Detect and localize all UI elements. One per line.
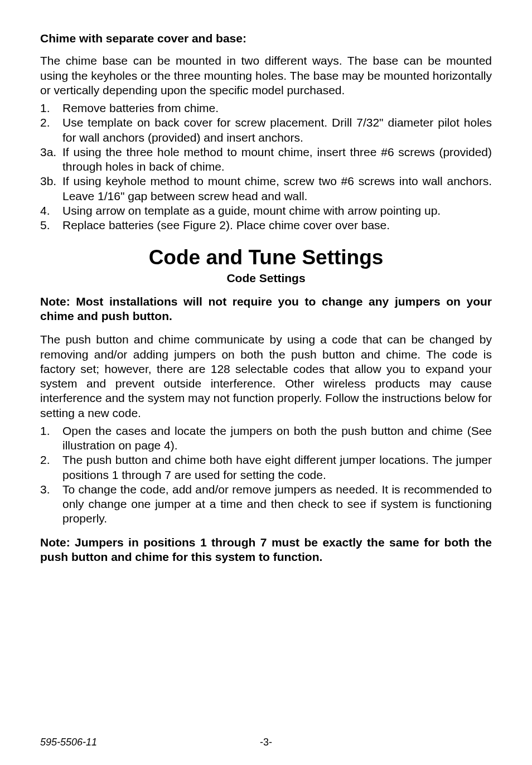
list-text: The push button and chime both have eigh… — [62, 453, 492, 481]
list-item: 1. Remove batteries from chime. — [62, 101, 492, 115]
code-settings-subheading: Code Settings — [40, 271, 492, 285]
chime-separate-heading: Chime with separate cover and base: — [40, 31, 492, 46]
list-item: 3a. If using the three hole method to mo… — [62, 145, 492, 175]
list-item: 2. The push button and chime both have e… — [62, 453, 492, 482]
list-num: 5. — [40, 218, 60, 233]
page: Chime with separate cover and base: The … — [0, 0, 532, 765]
list-text: If using the three hole method to mount … — [62, 146, 492, 173]
list-item: 2. Use template on back cover for screw … — [62, 115, 492, 145]
code-note-2: Note: Jumpers in positions 1 through 7 m… — [40, 535, 492, 565]
footer-docnum: 595-5506-11 — [40, 736, 97, 749]
list-num: 2. — [40, 115, 60, 130]
code-intro: The push button and chime communicate by… — [40, 332, 492, 420]
list-item: 3b. If using keyhole method to mount chi… — [62, 174, 492, 204]
code-note-1: Note: Most installations will not requir… — [40, 294, 492, 324]
list-text: Using arrow on template as a guide, moun… — [62, 204, 441, 217]
list-num: 2. — [40, 453, 60, 467]
list-num: 4. — [40, 204, 60, 218]
list-text: Use template on back cover for screw pla… — [62, 116, 492, 143]
footer-spacer — [489, 736, 492, 749]
list-num: 1. — [40, 424, 60, 438]
list-text: Remove batteries from chime. — [62, 101, 219, 114]
list-num: 3a. — [40, 145, 60, 159]
code-tune-heading: Code and Tune Settings — [40, 245, 492, 270]
footer: 595-5506-11 -3- — [40, 736, 492, 749]
list-num: 3b. — [40, 174, 60, 188]
list-item: 3. To change the code, add and/or remove… — [62, 482, 492, 526]
list-text: If using keyhole method to mount chime, … — [62, 175, 492, 202]
list-text: Open the cases and locate the jumpers on… — [62, 424, 492, 452]
list-item: 1. Open the cases and locate the jumpers… — [62, 424, 492, 453]
list-text: Replace batteries (see Figure 2). Place … — [62, 219, 390, 231]
list-num: 3. — [40, 482, 60, 497]
footer-pagenum: -3- — [260, 736, 272, 749]
list-num: 1. — [40, 101, 60, 115]
list-item: 5. Replace batteries (see Figure 2). Pla… — [62, 218, 492, 233]
chime-separate-intro: The chime base can be mounted in two dif… — [40, 54, 492, 98]
list-item: 4. Using arrow on template as a guide, m… — [62, 204, 492, 218]
list-text: To change the code, add and/or remove ju… — [62, 483, 492, 525]
chime-separate-list: 1. Remove batteries from chime. 2. Use t… — [40, 101, 492, 233]
code-list: 1. Open the cases and locate the jumpers… — [40, 424, 492, 526]
